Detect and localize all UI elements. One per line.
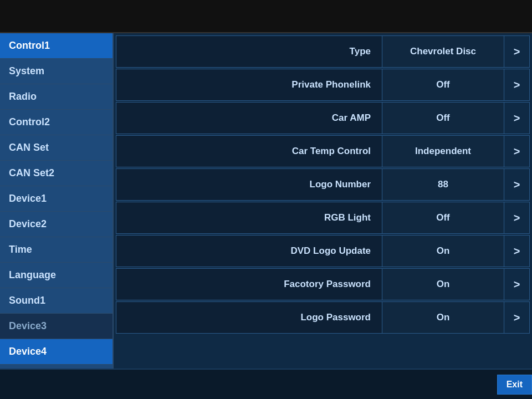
- row-value-5: Off: [382, 202, 504, 233]
- screen: Control1SystemRadioControl2CAN SetCAN Se…: [0, 0, 532, 399]
- row-label-3: Car Temp Control: [116, 136, 382, 167]
- row-arrow-1[interactable]: >: [504, 69, 529, 100]
- row-label-2: Car AMP: [116, 103, 382, 134]
- settings-row-0: TypeChevrolet Disc>: [116, 35, 530, 68]
- sidebar-item-device3[interactable]: Device3: [0, 314, 112, 339]
- row-label-8: Logo Password: [116, 302, 382, 333]
- sidebar-item-device5[interactable]: Device5: [0, 365, 112, 369]
- row-value-3: Independent: [382, 136, 504, 167]
- sidebar-item-control1[interactable]: Control1: [0, 33, 112, 59]
- row-value-8: On: [382, 302, 504, 333]
- settings-row-8: Logo PasswordOn>: [116, 301, 530, 334]
- settings-row-1: Private PhonelinkOff>: [116, 69, 530, 101]
- sidebar-item-canset[interactable]: CAN Set: [0, 135, 112, 161]
- row-arrow-5[interactable]: >: [504, 202, 529, 233]
- row-value-4: 88: [382, 169, 504, 200]
- bottom-bar: Exit: [0, 369, 532, 399]
- row-value-1: Off: [382, 69, 504, 100]
- settings-row-4: Logo Number88>: [116, 168, 530, 201]
- settings-row-6: DVD Logo UpdateOn>: [116, 235, 530, 267]
- row-label-7: Facotory Password: [116, 269, 382, 300]
- row-value-6: On: [382, 236, 504, 267]
- sidebar-item-time[interactable]: Time: [0, 237, 112, 263]
- settings-row-7: Facotory PasswordOn>: [116, 268, 530, 300]
- row-arrow-6[interactable]: >: [504, 236, 529, 267]
- main-content: Control1SystemRadioControl2CAN SetCAN Se…: [0, 33, 532, 369]
- settings-row-5: RGB LightOff>: [116, 202, 530, 234]
- top-bar: [0, 0, 532, 33]
- row-arrow-8[interactable]: >: [504, 302, 529, 333]
- row-label-4: Logo Number: [116, 169, 382, 200]
- row-label-0: Type: [116, 36, 382, 67]
- sidebar-item-canset2[interactable]: CAN Set2: [0, 161, 112, 186]
- row-label-5: RGB Light: [116, 202, 382, 233]
- sidebar-item-system[interactable]: System: [0, 59, 112, 84]
- row-value-2: Off: [382, 103, 504, 134]
- row-arrow-3[interactable]: >: [504, 136, 529, 167]
- sidebar-item-device2[interactable]: Device2: [0, 212, 112, 237]
- sidebar-item-language[interactable]: Language: [0, 263, 112, 288]
- settings-row-2: Car AMPOff>: [116, 102, 530, 134]
- sidebar: Control1SystemRadioControl2CAN SetCAN Se…: [0, 33, 114, 369]
- sidebar-item-sound1[interactable]: Sound1: [0, 288, 112, 314]
- exit-button[interactable]: Exit: [497, 375, 532, 395]
- row-arrow-7[interactable]: >: [504, 269, 529, 300]
- sidebar-item-radio[interactable]: Radio: [0, 84, 112, 110]
- settings-row-3: Car Temp ControlIndependent>: [116, 135, 530, 167]
- row-label-6: DVD Logo Update: [116, 236, 382, 267]
- row-arrow-0[interactable]: >: [504, 36, 529, 67]
- sidebar-item-control2[interactable]: Control2: [0, 110, 112, 135]
- row-value-7: On: [382, 269, 504, 300]
- row-value-0: Chevrolet Disc: [382, 36, 504, 67]
- row-arrow-4[interactable]: >: [504, 169, 529, 200]
- sidebar-item-device4[interactable]: Device4: [0, 339, 112, 365]
- row-label-1: Private Phonelink: [116, 69, 382, 100]
- row-arrow-2[interactable]: >: [504, 103, 529, 134]
- sidebar-item-device1[interactable]: Device1: [0, 186, 112, 212]
- main-panel: TypeChevrolet Disc>Private PhonelinkOff>…: [114, 33, 532, 369]
